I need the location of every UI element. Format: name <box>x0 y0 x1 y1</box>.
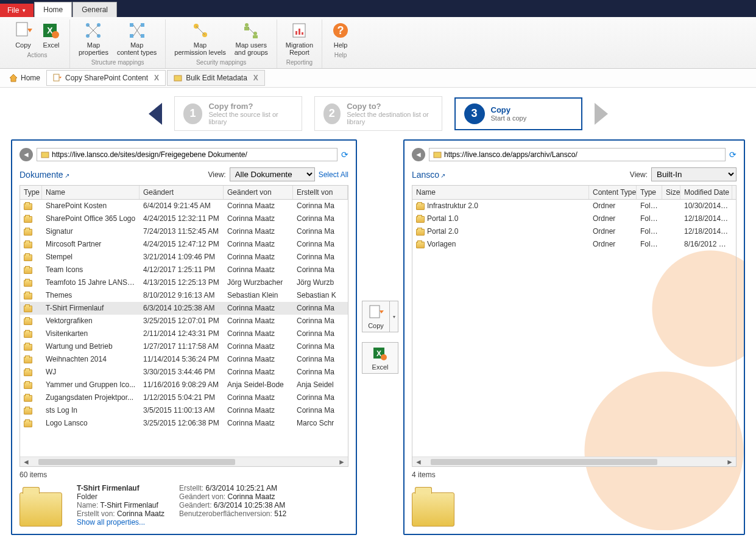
ribbon-group-help: Help <box>334 50 347 61</box>
view-dropdown[interactable]: Built-In <box>651 167 737 181</box>
step-title: Copy <box>491 105 527 114</box>
svg-rect-12 <box>141 23 144 27</box>
library-link[interactable]: Lansco <box>412 170 445 180</box>
svg-text:X: X <box>376 349 381 358</box>
table-row[interactable]: SharePoint Office 365 Logo 4/24/2015 12:… <box>20 212 348 225</box>
wizard-step-2[interactable]: 2 Copy to?Select the destination list or… <box>314 96 442 131</box>
home-link[interactable]: Home <box>4 71 45 85</box>
svg-marker-33 <box>59 77 62 79</box>
url-input[interactable] <box>52 150 333 159</box>
col-type[interactable]: Type <box>20 186 42 199</box>
refresh-button[interactable]: ⟳ <box>341 150 348 159</box>
col-type[interactable]: Type <box>637 186 662 199</box>
folder-icon <box>24 369 32 376</box>
home-icon <box>9 73 18 83</box>
col-name[interactable]: Name <box>412 186 589 199</box>
table-row[interactable]: sts Log In 3/5/2015 11:00:13 AM Corinna … <box>20 404 348 417</box>
svg-line-19 <box>196 26 205 35</box>
svg-rect-11 <box>130 23 133 27</box>
item-count: 60 items <box>19 467 348 484</box>
wizard-step-3[interactable]: 3 CopyStart a copy <box>454 97 582 130</box>
wizard-next-button[interactable] <box>595 103 608 125</box>
tab-general[interactable]: General <box>72 2 117 17</box>
ribbon-excel-button[interactable]: X Excel <box>39 19 63 50</box>
table-row[interactable]: Signatur 7/24/2013 11:52:45 AM Corinna M… <box>20 225 348 238</box>
tab-bulk-edit[interactable]: Bulk Edit Metadata X <box>167 70 265 86</box>
table-row[interactable]: SharePoint Kosten 6/4/2014 9:21:45 AM Co… <box>20 200 348 212</box>
ribbon-copy-button[interactable]: Copy <box>11 19 35 50</box>
url-field[interactable] <box>429 148 726 161</box>
table-row[interactable]: Weihnachten 2014 11/14/2014 5:36:24 PM C… <box>20 353 348 366</box>
tab-copy-sharepoint[interactable]: Copy SharePoint Content X <box>46 70 166 86</box>
wizard-step-1[interactable]: 1 Copy from?Select the source list or li… <box>174 96 302 131</box>
horizontal-scrollbar[interactable]: ◄► <box>412 457 736 466</box>
file-menu-button[interactable]: File <box>0 4 34 17</box>
table-row[interactable]: Stempel 3/21/2014 1:09:46 PM Corinna Maa… <box>20 251 348 264</box>
ribbon-map-properties-button[interactable]: Map properties <box>76 19 111 57</box>
folder-large-icon <box>19 484 68 527</box>
folder-icon <box>24 382 32 389</box>
table-row[interactable]: Logo Lansco 3/25/2015 12:06:38 PM Corinn… <box>20 417 348 430</box>
ribbon-map-users-button[interactable]: Map users and groups <box>232 19 270 57</box>
copy-sheet-icon <box>13 21 33 40</box>
back-button[interactable]: ◄ <box>412 148 425 161</box>
table-row[interactable]: Vorlagen Ordner Fold... 8/16/2012 8:4 <box>412 238 736 251</box>
table-row[interactable]: Vektorgrafiken 3/25/2015 12:07:01 PM Cor… <box>20 315 348 327</box>
ribbon-tabs: File Home General <box>0 0 756 17</box>
col-content-type[interactable]: Content Type <box>589 186 637 199</box>
center-excel-button[interactable]: X Excel <box>362 342 398 374</box>
folder-large-icon <box>412 484 461 527</box>
svg-rect-32 <box>54 74 59 81</box>
close-tab-icon[interactable]: X <box>253 74 258 82</box>
ribbon-help-button[interactable]: ? Help <box>328 19 353 50</box>
col-name[interactable]: Name <box>42 186 140 199</box>
step-sub: Start a copy <box>491 114 527 122</box>
col-modified-date[interactable]: Modified Date <box>680 186 732 199</box>
table-row[interactable]: Portal 1.0 Ordner Fold... 12/18/2014 5: <box>412 212 736 225</box>
show-all-properties-link[interactable]: Show all properties... <box>77 518 164 527</box>
ribbon-map-content-types-button[interactable]: Map content types <box>115 19 159 57</box>
folder-icon <box>416 203 425 210</box>
center-copy-button[interactable]: Copy <box>362 301 390 332</box>
close-tab-icon[interactable]: X <box>154 74 159 82</box>
folder-icon <box>24 280 32 287</box>
table-row[interactable]: Visitenkarten 2/11/2014 12:43:31 PM Cori… <box>20 327 348 340</box>
table-row[interactable]: Themes 8/10/2012 9:16:13 AM Sebastian Kl… <box>20 289 348 302</box>
library-link[interactable]: Dokumente <box>19 170 69 180</box>
table-row[interactable]: WJ 3/30/2015 3:44:46 PM Corinna Maatz Co… <box>20 366 348 379</box>
table-row[interactable]: Zugangsdaten Projektpor... 1/12/2015 5:0… <box>20 391 348 404</box>
col-size[interactable]: Size <box>662 186 680 199</box>
url-input[interactable] <box>444 150 721 159</box>
table-row[interactable]: Mircosoft Partner 4/24/2015 12:47:12 PM … <box>20 238 348 251</box>
item-count: 4 items <box>412 467 737 484</box>
grid-body[interactable]: Infrastruktur 2.0 Ordner Fold... 10/30/2… <box>412 200 736 457</box>
folder-icon <box>24 216 32 223</box>
item-details: T-Shirt Firmenlauf Folder Name: T-Shirt … <box>19 484 348 527</box>
step-sub: Select the destination list or library <box>347 111 433 125</box>
table-row[interactable]: Teamfoto 15 Jahre LANSCO 4/13/2015 12:25… <box>20 276 348 289</box>
table-row[interactable]: Wartung und Betrieb 1/27/2017 11:17:58 A… <box>20 340 348 353</box>
horizontal-scrollbar[interactable]: ◄► <box>20 457 348 466</box>
ribbon-map-permission-levels-button[interactable]: Map permission levels <box>172 19 228 57</box>
url-field[interactable] <box>37 148 337 161</box>
wizard-prev-button[interactable] <box>149 103 162 125</box>
table-row[interactable]: Team Icons 4/12/2017 1:25:11 PM Corinna … <box>20 264 348 276</box>
grid-body[interactable]: SharePoint Kosten 6/4/2014 9:21:45 AM Co… <box>20 200 348 457</box>
tab-home[interactable]: Home <box>34 2 72 17</box>
table-row[interactable]: Yammer und Gruppen Ico... 11/16/2016 9:0… <box>20 379 348 391</box>
document-tabs: Home Copy SharePoint Content X Bulk Edit… <box>0 69 756 88</box>
select-all-link[interactable]: Select All <box>319 170 348 179</box>
view-dropdown[interactable]: Alle Dokumente <box>230 167 315 181</box>
col-modified-by[interactable]: Geändert von <box>224 186 293 199</box>
table-row[interactable]: Portal 2.0 Ordner Fold... 12/18/2014 5: <box>412 225 736 238</box>
ribbon-migration-report-button[interactable]: Migration Report <box>283 19 316 57</box>
copy-dropdown-button[interactable]: ▾ <box>390 301 398 332</box>
svg-rect-0 <box>16 23 27 36</box>
col-created-by[interactable]: Erstellt von <box>293 186 348 199</box>
table-row[interactable]: T-Shirt Firmenlauf 6/3/2014 10:25:38 AM … <box>20 302 348 315</box>
folder-icon <box>24 395 32 402</box>
refresh-button[interactable]: ⟳ <box>729 150 737 159</box>
col-modified[interactable]: Geändert <box>140 186 224 199</box>
back-button[interactable]: ◄ <box>19 148 33 161</box>
table-row[interactable]: Infrastruktur 2.0 Ordner Fold... 10/30/2… <box>412 200 736 212</box>
